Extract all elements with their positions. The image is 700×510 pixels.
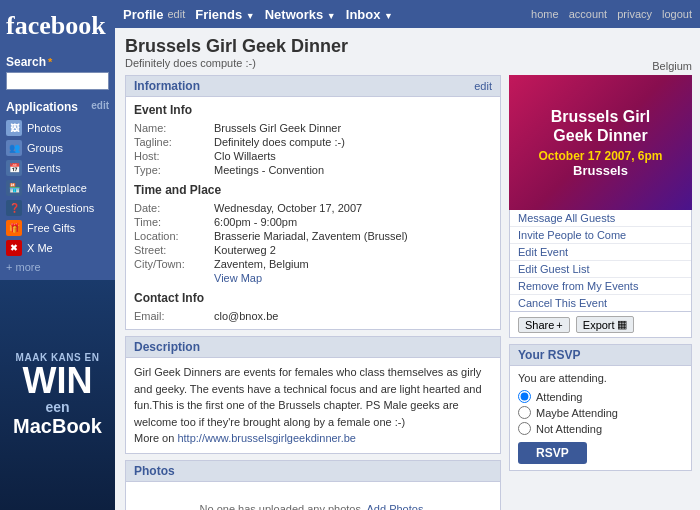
photos-empty: No one has uploaded any photos. Add Phot… (134, 488, 492, 511)
rsvp-label-not: Not Attending (536, 423, 602, 435)
photos-panel-header: Photos (126, 461, 500, 482)
nav-home[interactable]: home (531, 8, 559, 20)
nav-networks[interactable]: Networks ▼ (265, 7, 336, 22)
rsvp-radio-not[interactable] (518, 422, 531, 435)
rsvp-attending-text: You are attending. (518, 372, 683, 384)
table-row: Street: Kouterweg 2 (134, 243, 492, 257)
description-text: Girl Geek Dinners are events for females… (134, 364, 492, 430)
share-export-bar: Share + Export ▦ (509, 312, 692, 338)
search-input[interactable] (6, 72, 109, 90)
field-label: Time: (134, 215, 214, 229)
nav-inbox[interactable]: Inbox ▼ (346, 7, 393, 22)
field-label: Name: (134, 121, 214, 135)
sidebar-item-photos[interactable]: 🖼 Photos (6, 118, 109, 138)
photos-panel: Photos No one has uploaded any photos. A… (125, 460, 501, 511)
action-message-all[interactable]: Message All Guests (510, 210, 691, 227)
sidebar-item-label: Photos (27, 122, 61, 134)
sidebar-item-freegifts[interactable]: 🎁 Free Gifts (6, 218, 109, 238)
field-label: Host: (134, 149, 214, 163)
sidebar-item-xme[interactable]: ✖ X Me (6, 238, 109, 258)
field-value: Wednesday, October 17, 2007 (214, 201, 492, 215)
table-row: Time: 6:00pm - 9:00pm (134, 215, 492, 229)
view-map-link[interactable]: View Map (214, 272, 262, 284)
field-value: Zaventem, Belgium (214, 257, 492, 271)
search-section: Search * (0, 51, 115, 96)
time-place-title: Time and Place (134, 183, 492, 197)
sidebar-item-label: Events (27, 162, 61, 174)
sidebar-item-marketplace[interactable]: 🏪 Marketplace (6, 178, 109, 198)
xme-icon: ✖ (6, 240, 22, 256)
rsvp-radio-maybe[interactable] (518, 406, 531, 419)
nav-account[interactable]: account (569, 8, 608, 20)
field-label: Type: (134, 163, 214, 177)
sidebar-item-myquestions[interactable]: ❓ My Questions (6, 198, 109, 218)
description-panel-header: Description (126, 337, 500, 358)
photos-icon: 🖼 (6, 120, 22, 136)
action-remove-from-events[interactable]: Remove from My Events (510, 278, 691, 295)
page-title: Brussels Girl Geek Dinner (125, 36, 692, 57)
field-value-link[interactable]: Clo Willaerts (214, 149, 492, 163)
nav-privacy[interactable]: privacy (617, 8, 652, 20)
event-image: Brussels GirlGeek Dinner October 17 2007… (509, 75, 692, 210)
email-link[interactable]: clo@bnox.be (214, 309, 492, 323)
table-row: Location: Brasserie Mariadal, Zaventem (… (134, 229, 492, 243)
sidebar-item-label: X Me (27, 242, 53, 254)
field-value: 6:00pm - 9:00pm (214, 215, 492, 229)
sidebar-item-groups[interactable]: 👥 Groups (6, 138, 109, 158)
event-info-table: Name: Brussels Girl Geek Dinner Tagline:… (134, 121, 492, 177)
table-row: View Map (134, 271, 492, 285)
event-image-location: Brussels (573, 163, 628, 178)
page-header: Brussels Girl Geek Dinner Definitely doe… (125, 36, 692, 69)
apps-section: Applications edit 🖼 Photos 👥 Groups 📅 Ev… (0, 96, 115, 280)
search-required: * (48, 56, 52, 68)
rsvp-radio-attending[interactable] (518, 390, 531, 403)
groups-icon: 👥 (6, 140, 22, 156)
information-header-title: Information (134, 79, 200, 93)
apps-edit-link[interactable]: edit (91, 100, 109, 114)
field-label: Date: (134, 201, 214, 215)
export-button[interactable]: Export ▦ (576, 316, 634, 333)
freegifts-icon: 🎁 (6, 220, 22, 236)
field-label: City/Town: (134, 257, 214, 271)
share-plus-icon: + (556, 319, 562, 331)
action-edit-event[interactable]: Edit Event (510, 244, 691, 261)
table-row: Host: Clo Willaerts (134, 149, 492, 163)
sidebar-item-label: Groups (27, 142, 63, 154)
table-row: Email: clo@bnox.be (134, 309, 492, 323)
description-panel: Description Girl Geek Dinners are events… (125, 336, 501, 454)
nav-profile[interactable]: Profile (123, 7, 163, 22)
action-cancel-event[interactable]: Cancel This Event (510, 295, 691, 311)
field-label: Email: (134, 309, 214, 323)
add-photos-link[interactable]: Add Photos. (367, 503, 427, 511)
information-edit-link[interactable]: edit (474, 80, 492, 92)
description-header-title: Description (134, 340, 200, 354)
description-more-link[interactable]: http://www.brusselsgirlgeekdinner.be (177, 432, 356, 444)
nav-logout[interactable]: logout (662, 8, 692, 20)
promo-line3: een (45, 399, 69, 415)
contact-table: Email: clo@bnox.be (134, 309, 492, 323)
rsvp-option-maybe: Maybe Attending (518, 406, 683, 419)
nav-friends[interactable]: Friends ▼ (195, 7, 255, 22)
description-more: More on http://www.brusselsgirlgeekdinne… (134, 430, 492, 447)
field-value: Brasserie Mariadal, Zaventem (Brussel) (214, 229, 492, 243)
field-value-link[interactable]: Meetings - Convention (214, 163, 492, 177)
rsvp-panel-header: Your RSVP (510, 345, 691, 366)
more-link[interactable]: + more (6, 258, 109, 276)
information-panel-body: Event Info Name: Brussels Girl Geek Dinn… (126, 97, 500, 329)
export-icon: ▦ (617, 318, 627, 331)
promo-banner[interactable]: MAAK KANS EN WIN een MacBook (0, 280, 115, 510)
sidebar-item-label: Marketplace (27, 182, 87, 194)
action-links: Message All Guests Invite People to Come… (509, 210, 692, 312)
field-label: Location: (134, 229, 214, 243)
search-label: Search * (6, 55, 109, 69)
rsvp-submit-button[interactable]: RSVP (518, 442, 587, 464)
action-edit-guest-list[interactable]: Edit Guest List (510, 261, 691, 278)
main-content: Brussels Girl Geek Dinner Definitely doe… (115, 28, 700, 510)
nav-profile-edit[interactable]: edit (167, 8, 185, 20)
event-image-title: Brussels GirlGeek Dinner (551, 107, 651, 145)
sidebar-item-events[interactable]: 📅 Events (6, 158, 109, 178)
field-value: Kouterweg 2 (214, 243, 492, 257)
photos-header-title: Photos (134, 464, 175, 478)
action-invite-people[interactable]: Invite People to Come (510, 227, 691, 244)
share-button[interactable]: Share + (518, 317, 570, 333)
